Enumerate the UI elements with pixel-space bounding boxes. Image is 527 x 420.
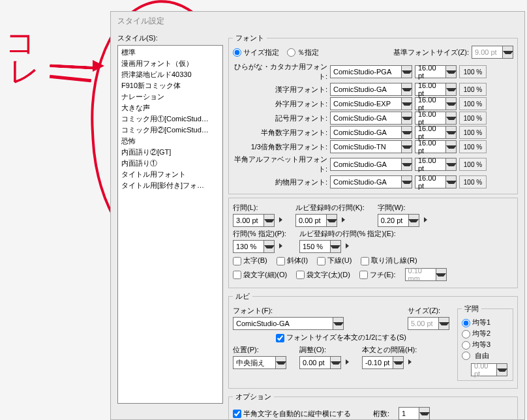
font-row-label: 半角アルファベット用フォント: [233,155,327,174]
ruby-font-label: フォント(F): [233,306,395,316]
base-font-label: 基準フォントサイズ(Z): [393,48,469,57]
font-row: 外字用フォント:ComicStudio-EXP16.00 pt100 % [233,97,513,110]
font-name-combo[interactable]: ComicStudio-PGA [330,65,412,78]
ruby-font-combo[interactable]: ComicStudio-GA [233,317,344,330]
font-row-label: 漢字用フォント: [233,85,327,95]
style-list-item[interactable]: 漫画用フォント（仮） [119,58,221,69]
font-size-combo[interactable]: 16.00 pt [415,65,457,78]
font-pct-box[interactable]: 100 % [459,83,487,96]
italic-checkbox[interactable]: 斜体(I) [277,256,308,265]
font-group-legend: フォント [233,33,267,43]
style-list-item[interactable]: 恐怖 [119,136,221,147]
font-size-combo[interactable]: 16.00 pt [415,97,457,110]
radio-free[interactable]: 自由 [462,351,509,361]
radio-kintou2[interactable]: 均等2 [462,329,509,338]
ruby-line-combo[interactable]: 0.00 pt [295,214,337,227]
ruby-group: ルビ フォント(F): ComicStudio-GA サイズ(Z): 5.00 … [228,292,518,389]
style-list-item[interactable]: コミック用②[ComicStud… [119,125,221,136]
base-font-size-combo[interactable]: 9.00 pt [472,46,513,59]
font-pct-box[interactable]: 100 % [459,126,487,139]
ruby-legend: ルビ [233,292,252,301]
underline-checkbox[interactable]: 下線(U) [317,256,352,265]
style-list-item[interactable]: 大きな声 [119,102,221,113]
ruby-gap-label: 本文との間隔(H): [362,345,417,355]
styles-listbox[interactable]: 標準漫画用フォント（仮）摂津築地ビルド40330F910新コミック体ナレーション… [117,45,223,404]
font-pct-box[interactable]: 100 % [459,112,487,125]
char-spacing-label: 字間(W): [378,203,427,213]
radio-kintou3[interactable]: 均等3 [462,340,509,350]
ruby-size-combo[interactable]: 5.00 pt [408,317,449,330]
ruby-pct-label: ルビ登録時の行間(% 指定)(E): [299,229,396,239]
radio-percent[interactable]: ％指定 [287,48,319,57]
font-row: 半角数字用フォント:ComicStudio-GA16.00 pt100 % [233,126,513,139]
font-row-label: 外字用フォント: [233,99,327,109]
font-name-combo[interactable]: ComicStudio-GA [330,175,412,188]
annotation-arrow-head [93,60,104,72]
font-row: 記号用フォント:ComicStudio-GA16.00 pt100 % [233,112,513,125]
digits-combo[interactable]: 1 [399,407,430,420]
style-list-item[interactable]: コミック用①[ComicStud… [119,113,221,125]
bagthick-checkbox[interactable]: 袋文字(太)(D) [296,270,350,280]
font-name-combo[interactable]: ComicStudio-TN [330,140,412,153]
char-spacing-combo[interactable]: 0.20 pt [378,214,419,227]
font-size-combo[interactable]: 16.00 pt [415,112,457,125]
style-list-item[interactable]: タイトル用フォント [119,169,221,180]
edge-value-combo[interactable]: 0.10 mm [405,268,447,281]
option-group: オプション 半角文字を自動的に縦中横にする 桁数: 1 [228,392,518,420]
auto-tcy-checkbox[interactable]: 半角文字を自動的に縦中横にする [233,409,351,419]
bold-checkbox[interactable]: 太字(B) [233,256,267,265]
font-name-combo[interactable]: ComicStudio-GA [330,158,412,171]
font-size-combo[interactable]: 16.00 pt [415,126,457,139]
ruby-jikan-group: 字間 均等1 均等2 均等3 自由 0.00 pt [457,304,513,381]
font-row-label: ひらがな・カタカナ用フォント: [233,62,327,82]
font-row-label: 1/3倍角数字用フォント: [233,142,327,152]
line-pct-combo[interactable]: 130 % [233,240,275,253]
font-row-label: 半角数字用フォント: [233,128,327,138]
style-settings-dialog: スタイル設定 スタイル(S): 標準漫画用フォント（仮）摂津築地ビルド40330… [110,11,525,420]
style-list-item[interactable]: F910新コミック体 [119,80,221,91]
font-name-combo[interactable]: ComicStudio-GA [330,126,412,139]
line-spacing-combo[interactable]: 3.00 pt [233,214,275,227]
font-size-combo[interactable]: 16.00 pt [415,158,457,171]
font-size-combo[interactable]: 16.00 pt [415,175,457,188]
ruby-adj-combo[interactable]: 0.00 pt [299,356,341,369]
style-list-item[interactable]: 標準 [119,47,221,58]
radio-size[interactable]: サイズ指定 [233,48,279,57]
radio-kintou1[interactable]: 均等1 [462,318,509,327]
font-size-combo[interactable]: 16.00 pt [415,140,457,153]
font-pct-box[interactable]: 100 % [459,175,487,188]
font-pct-box[interactable]: 100 % [459,158,487,171]
style-list-item[interactable]: 摂津築地ビルド40330 [119,69,221,80]
styles-label: スタイル(S): [117,33,223,43]
font-row-label: 約物用フォント: [233,177,327,187]
digits-label: 桁数: [373,409,389,419]
ruby-half-checkbox[interactable]: フォントサイズを本文の1/2にする(S) [276,333,406,341]
font-pct-box[interactable]: 100 % [459,65,487,78]
font-name-combo[interactable]: ComicStudio-GA [330,112,412,125]
font-row: 漢字用フォント:ComicStudio-GA16.00 pt100 % [233,83,513,96]
font-size-combo[interactable]: 16.00 pt [415,83,457,96]
font-name-combo[interactable]: ComicStudio-EXP [330,97,412,110]
edge-checkbox[interactable]: フチ(E): [359,270,396,280]
ruby-size-label: サイズ(Z): [408,306,449,316]
bagthin-checkbox[interactable]: 袋文字(細)(O) [233,270,287,280]
strike-checkbox[interactable]: 取り消し線(R) [361,256,417,265]
ruby-free-combo[interactable]: 0.00 pt [471,363,507,376]
ruby-pos-label: 位置(P): [233,345,286,355]
font-group: フォント サイズ指定 ％指定 基準フォントサイズ(Z): 9.00 pt ひらが… [228,33,518,194]
font-name-combo[interactable]: ComicStudio-GA [330,83,412,96]
annotation-arrow [50,75,91,83]
style-list-item[interactable]: 内面語り②[GT] [119,147,221,158]
ruby-gap-combo[interactable]: -0.10 pt [362,356,404,369]
style-list-item[interactable]: ナレーション [119,91,221,102]
ruby-pct-combo[interactable]: 150 % [299,240,341,253]
ruby-jikan-legend: 字間 [462,304,481,314]
font-row: ひらがな・カタカナ用フォント:ComicStudio-PGA16.00 pt10… [233,62,513,82]
annotation-text: コレ [5,29,40,85]
font-row: 約物用フォント:ComicStudio-GA16.00 pt100 % [233,175,513,188]
ruby-pos-combo[interactable]: 中央揃え [233,356,286,369]
font-pct-box[interactable]: 100 % [459,97,487,110]
style-list-item[interactable]: タイトル用[影付き]フォ… [119,180,221,191]
font-pct-box[interactable]: 100 % [459,140,487,153]
style-list-item[interactable]: 内面語り① [119,158,221,169]
